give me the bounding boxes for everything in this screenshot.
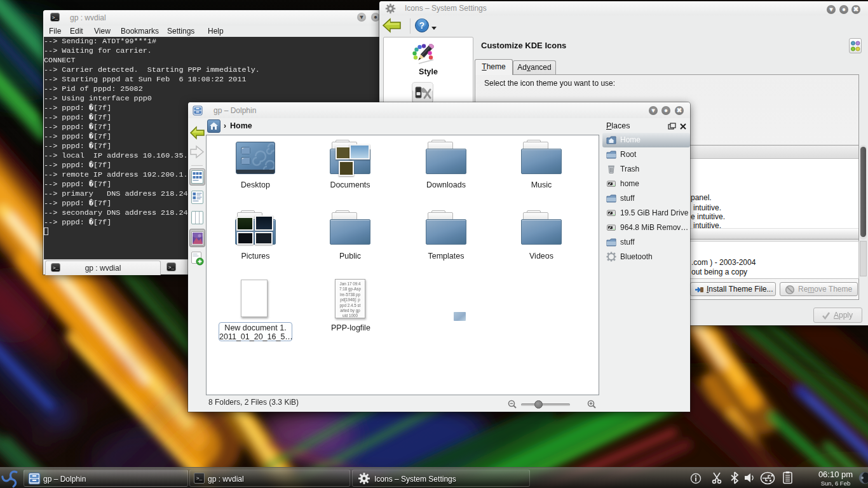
svg-text:?: ? [419,20,425,30]
